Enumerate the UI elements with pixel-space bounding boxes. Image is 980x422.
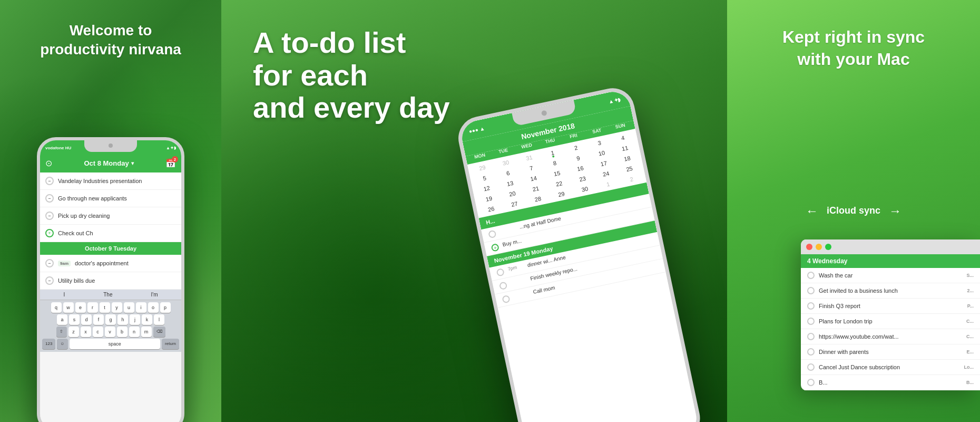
key-v[interactable]: v	[105, 327, 115, 337]
key-e[interactable]: e	[75, 302, 86, 313]
status-icons: ▲✦◗	[166, 146, 176, 150]
mac-task-item[interactable]: Cancel Just Dance subscription Lo...	[801, 360, 980, 375]
mac-task-circle	[807, 363, 815, 371]
key-f[interactable]: f	[93, 314, 104, 325]
mac-task-text: B...	[819, 379, 962, 386]
mac-task-item[interactable]: B... B...	[801, 375, 980, 390]
task-circle-icon: −	[45, 276, 54, 285]
mac-task-circle	[807, 318, 815, 325]
chevron-icon: ▾	[131, 160, 134, 166]
section-welcome: Welcome to productivity nirvana vodafone…	[0, 0, 221, 422]
key-delete[interactable]: ⌫	[153, 327, 165, 337]
mac-task-circle	[807, 287, 815, 294]
key-space[interactable]: space	[70, 339, 161, 349]
mac-task-tag: 2...	[967, 288, 974, 293]
mac-task-text: Finish Q3 report	[819, 303, 963, 309]
key-row-2: a s d f g h j k l	[42, 314, 179, 325]
key-l[interactable]: l	[154, 314, 164, 325]
mac-close-btn[interactable]	[806, 244, 812, 250]
section-header-tuesday: October 9 Tuesday	[40, 242, 181, 255]
autocomplete-option[interactable]: I'm	[151, 292, 158, 298]
key-w[interactable]: w	[63, 302, 74, 313]
task-list-monday: − Vandelay Industries presentation − Go …	[40, 172, 181, 242]
event-time	[513, 290, 528, 293]
keyboard: q w e r t y u i o p a s d	[40, 300, 181, 352]
key-j[interactable]: j	[130, 314, 140, 325]
icloud-label: iCloud sync	[827, 205, 880, 217]
section-middle: A to-do list for each and every day ●●● …	[221, 0, 727, 422]
task-time-badge: 9am	[58, 261, 71, 266]
mac-maximize-btn[interactable]	[825, 244, 831, 250]
key-n[interactable]: n	[129, 327, 140, 337]
mac-task-item[interactable]: Wash the car S...	[801, 268, 980, 283]
key-o[interactable]: o	[148, 302, 159, 313]
key-s[interactable]: s	[69, 314, 80, 325]
iphone-screen-1: vodafone HU 17:31 ▲✦◗ ⊙ Oct 8 Monday ▾ 📅…	[40, 140, 181, 422]
mac-task-item[interactable]: Dinner with parents E...	[801, 344, 980, 360]
key-row-1: q w e r t y u i o p	[42, 302, 179, 313]
key-u[interactable]: u	[124, 302, 134, 313]
task-item[interactable]: − 9am doctor's appointment	[40, 255, 181, 272]
mac-task-item[interactable]: Finish Q3 report P...	[801, 299, 980, 314]
key-emoji[interactable]: ☺	[57, 339, 67, 349]
mac-task-item[interactable]: Get invited to a business lunch 2...	[801, 283, 980, 299]
menu-icon[interactable]: ⊙	[45, 158, 52, 168]
key-k[interactable]: k	[142, 314, 152, 325]
key-return[interactable]: return	[162, 339, 179, 349]
key-r[interactable]: r	[87, 302, 98, 313]
key-q[interactable]: q	[51, 302, 62, 313]
autocomplete-option[interactable]: I	[63, 292, 65, 298]
calendar-btn[interactable]: 📅 2	[165, 158, 176, 168]
header-date[interactable]: Oct 8 Monday ▾	[84, 159, 133, 167]
mac-task-text: Dinner with parents	[819, 349, 962, 355]
autocomplete-bar: I The I'm	[40, 290, 181, 300]
key-t[interactable]: t	[100, 302, 110, 313]
task-item[interactable]: − Vandelay Industries presentation	[40, 172, 181, 190]
todo-heading: A to-do list for each and every day	[253, 26, 450, 124]
mac-task-item[interactable]: https://www.youtube.com/wat... C...	[801, 329, 980, 344]
cal-icons: ▲✦◗	[608, 96, 621, 104]
task-item-active[interactable]: + Check out Ch	[40, 225, 181, 242]
mac-col-header: 4 Wednesday	[801, 254, 980, 268]
notification-badge: 2	[172, 156, 178, 162]
task-circle-icon: −	[45, 212, 54, 220]
key-m[interactable]: m	[141, 327, 152, 337]
cal-carrier: ●●● ▲	[468, 125, 485, 134]
key-b[interactable]: b	[117, 327, 128, 337]
mac-task-circle	[807, 348, 815, 356]
task-item[interactable]: − Utility bills due	[40, 272, 181, 290]
app-header: ⊙ Oct 8 Monday ▾ 📅 2	[40, 155, 181, 172]
key-g[interactable]: g	[105, 314, 116, 325]
task-item[interactable]: − Go through new applicants	[40, 190, 181, 207]
key-i[interactable]: i	[136, 302, 146, 313]
key-z[interactable]: z	[68, 327, 79, 337]
mac-task-tag: Lo...	[964, 365, 974, 370]
iphone-1: vodafone HU 17:31 ▲✦◗ ⊙ Oct 8 Monday ▾ 📅…	[37, 137, 184, 422]
iphone-frame-1: vodafone HU 17:31 ▲✦◗ ⊙ Oct 8 Monday ▾ 📅…	[37, 137, 184, 422]
task-text: Go through new applicants	[58, 195, 127, 202]
mac-task-text: Get invited to a business lunch	[819, 287, 963, 294]
key-c[interactable]: c	[93, 327, 103, 337]
mac-task-tag: S...	[966, 273, 974, 278]
key-shift[interactable]: ⇧	[56, 327, 67, 337]
mac-task-item[interactable]: Plans for London trip C...	[801, 314, 980, 329]
event-circle	[488, 230, 497, 239]
key-123[interactable]: 123	[42, 339, 55, 349]
key-y[interactable]: y	[112, 302, 122, 313]
key-d[interactable]: d	[81, 314, 92, 325]
key-p[interactable]: p	[160, 302, 171, 313]
key-h[interactable]: h	[117, 314, 128, 325]
autocomplete-option[interactable]: The	[103, 292, 112, 298]
mac-task-text: Wash the car	[819, 272, 962, 279]
mac-task-circle	[807, 272, 815, 279]
carrier: vodafone HU	[45, 146, 71, 150]
key-a[interactable]: a	[57, 314, 67, 325]
task-item[interactable]: − Pick up dry cleaning	[40, 207, 181, 225]
key-x[interactable]: x	[81, 327, 91, 337]
mac-task-tag: C...	[966, 319, 974, 324]
mac-task-tag: P...	[967, 303, 974, 309]
arrow-right: →	[889, 204, 901, 218]
mac-window: 4 Wednesday Wash the car S... Get invite…	[801, 239, 980, 390]
mac-minimize-btn[interactable]	[816, 244, 822, 250]
mac-task-circle	[807, 302, 815, 310]
